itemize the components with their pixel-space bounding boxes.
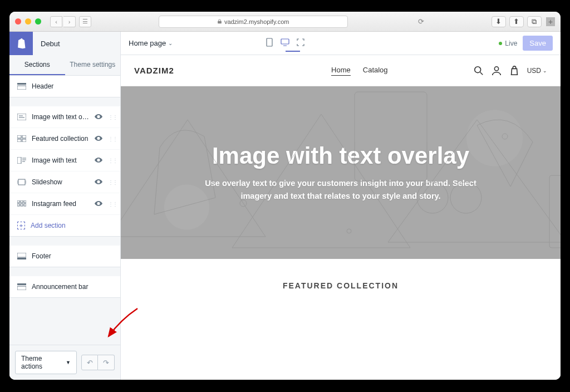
svg-rect-16	[18, 179, 25, 185]
svg-rect-11	[22, 139, 26, 142]
svg-point-27	[474, 66, 480, 72]
share-button[interactable]: ⬆	[509, 16, 524, 27]
footer-section-icon	[17, 253, 26, 259]
nav-link-home[interactable]: Home	[331, 66, 351, 76]
theme-name-label: Debut	[33, 32, 121, 55]
mobile-viewport-button[interactable]	[262, 35, 277, 50]
shopify-logo[interactable]	[9, 32, 33, 55]
add-section-button[interactable]: + Add section	[9, 215, 120, 236]
svg-rect-0	[267, 38, 272, 46]
svg-rect-1	[281, 39, 289, 44]
section-label: Image with text ov...	[32, 113, 89, 121]
svg-point-36	[347, 229, 351, 233]
forward-button[interactable]: ›	[63, 16, 76, 27]
page-selector-label: Home page	[129, 39, 166, 47]
save-button[interactable]: Save	[523, 36, 553, 51]
drag-handle-icon[interactable]: ⋮⋮	[108, 179, 112, 185]
section-footer[interactable]: Footer	[9, 246, 120, 267]
live-status: Live	[499, 40, 517, 47]
image-text-overlay-icon	[17, 114, 26, 120]
drag-handle-icon[interactable]: ⋮⋮	[108, 114, 112, 120]
close-window-icon[interactable]	[15, 18, 21, 24]
svg-rect-5	[17, 114, 26, 120]
slideshow-icon	[17, 179, 26, 185]
url-text: vadzim2.myshopify.com	[224, 18, 289, 25]
maximize-window-icon[interactable]	[35, 18, 41, 24]
section-image-with-text[interactable]: Image with text ⋮⋮	[9, 150, 120, 171]
section-instagram-feed[interactable]: Instagram feed ⋮⋮	[9, 193, 120, 215]
redo-button[interactable]: ↷	[98, 355, 115, 370]
theme-actions-dropdown[interactable]: Theme actions ▼	[15, 351, 77, 374]
nav-link-catalog[interactable]: Catalog	[363, 66, 388, 76]
image-text-icon	[17, 157, 26, 164]
visibility-icon[interactable]	[95, 156, 102, 164]
editor-sidebar: Sections Theme settings Header	[9, 55, 121, 380]
tab-theme-settings[interactable]: Theme settings	[65, 55, 121, 75]
sidebar-toggle-button[interactable]: ☰	[79, 16, 91, 27]
svg-rect-25	[17, 283, 26, 285]
section-header[interactable]: Header	[9, 76, 120, 97]
drag-handle-icon[interactable]: ⋮⋮	[108, 158, 112, 164]
address-bar[interactable]: vadzim2.myshopify.com	[159, 16, 348, 28]
svg-rect-18	[21, 200, 23, 203]
svg-rect-8	[17, 135, 21, 138]
page-selector[interactable]: Home page ⌄	[129, 39, 173, 47]
lock-icon	[217, 19, 222, 24]
svg-rect-26	[17, 286, 26, 290]
section-slideshow[interactable]: Slideshow ⋮⋮	[9, 171, 120, 193]
tab-sections[interactable]: Sections	[9, 55, 65, 75]
desktop-viewport-button[interactable]	[278, 35, 292, 50]
svg-point-35	[502, 134, 508, 139]
collection-icon	[17, 135, 26, 142]
browser-chrome: ‹ › ☰ vadzim2.myshopify.com ⟳ ⬇ ⬆ ⧉ +	[9, 12, 561, 32]
store-brand[interactable]: VADZIM2	[134, 66, 245, 75]
preview-pane: VADZIM2 Home Catalog USD⌄	[121, 55, 561, 380]
svg-point-33	[450, 182, 481, 213]
svg-line-28	[480, 72, 483, 75]
svg-point-32	[417, 182, 448, 213]
visibility-icon[interactable]	[95, 113, 102, 121]
section-announcement-bar[interactable]: Announcement bar	[9, 276, 120, 297]
fullscreen-viewport-button[interactable]	[293, 35, 308, 50]
storefront-header: VADZIM2 Home Catalog USD⌄	[121, 55, 561, 86]
back-button[interactable]: ‹	[50, 16, 62, 27]
section-image-with-text-overlay[interactable]: Image with text ov... ⋮⋮	[9, 106, 120, 128]
section-label: Featured collection	[32, 135, 89, 143]
account-icon[interactable]	[492, 66, 502, 76]
visibility-icon[interactable]	[95, 135, 102, 143]
drag-handle-icon[interactable]: ⋮⋮	[108, 201, 112, 207]
section-label: Footer	[32, 252, 112, 260]
caret-down-icon: ▼	[66, 360, 71, 365]
tabs-button[interactable]: ⧉	[527, 16, 542, 27]
reload-icon[interactable]: ⟳	[418, 17, 424, 26]
currency-selector[interactable]: USD⌄	[527, 67, 547, 75]
section-featured-collection[interactable]: Featured collection ⋮⋮	[9, 128, 120, 150]
viewport-switcher	[262, 35, 308, 52]
svg-rect-24	[17, 258, 26, 259]
visibility-icon[interactable]	[95, 200, 102, 208]
chevron-down-icon: ⌄	[543, 68, 547, 74]
drag-handle-icon[interactable]: ⋮⋮	[108, 136, 112, 142]
plus-icon: +	[17, 222, 25, 229]
svg-rect-23	[17, 253, 26, 257]
hero-section: Image with text overlay Use overlay text…	[121, 86, 561, 259]
svg-rect-4	[17, 86, 26, 90]
section-label: Image with text	[32, 156, 89, 164]
svg-rect-9	[22, 135, 26, 138]
svg-rect-21	[21, 204, 23, 206]
minimize-window-icon[interactable]	[25, 18, 31, 24]
featured-collection-heading: FEATURED COLLECTION	[121, 259, 561, 301]
svg-rect-31	[549, 175, 561, 248]
svg-rect-19	[24, 200, 26, 203]
cart-icon[interactable]	[509, 66, 519, 76]
section-label: Slideshow	[32, 178, 89, 186]
visibility-icon[interactable]	[95, 178, 102, 186]
instagram-icon	[17, 200, 26, 207]
section-label: Header	[32, 82, 112, 90]
section-label: Announcement bar	[32, 283, 112, 291]
svg-rect-10	[17, 139, 21, 142]
download-button[interactable]: ⬇	[492, 16, 506, 27]
undo-button[interactable]: ↶	[81, 355, 98, 370]
new-tab-button[interactable]: +	[546, 17, 555, 26]
search-icon[interactable]	[474, 66, 484, 76]
